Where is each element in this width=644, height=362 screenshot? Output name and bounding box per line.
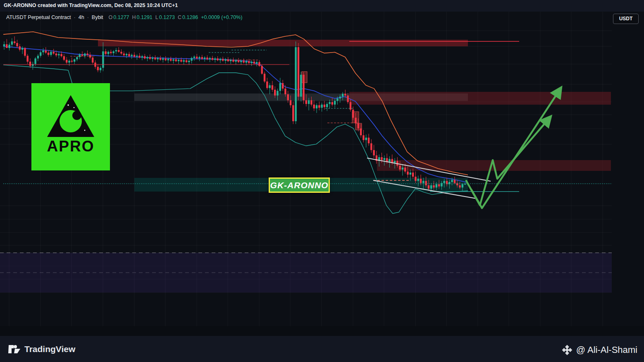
symbol-name[interactable]: ATUSDT Perpetual Contract	[6, 14, 71, 20]
change-value: +0.0009 (+0.70%)	[201, 14, 242, 20]
author-watermark: @ Ali-Al-Shami	[562, 345, 637, 355]
apro-triangle-eye-icon	[45, 94, 97, 139]
interval-label[interactable]: 4h	[79, 14, 84, 20]
diamond-logo-icon	[562, 345, 572, 355]
apro-wordmark: APRO	[47, 139, 95, 154]
pane-bg	[0, 336, 644, 362]
high-value: 0.1291	[137, 14, 153, 20]
low-label: L	[155, 14, 158, 20]
close-value: 0.1286	[182, 14, 198, 20]
tradingview-watermark-text: TradingView	[24, 344, 75, 354]
author-watermark-text: @ Ali-Al-Shami	[576, 345, 637, 355]
tradingview-logo-icon	[8, 344, 21, 355]
close-label: C	[178, 14, 181, 20]
tradingview-chart-window: GK-ARONNO created with TradingView.com, …	[0, 0, 644, 362]
low-value: 0.1273	[159, 14, 175, 20]
tradingview-watermark[interactable]: TradingView	[8, 344, 75, 355]
apro-logo: APRO	[31, 83, 110, 170]
watermark-title: GK-ARONNO created with TradingView.com, …	[4, 2, 178, 8]
gk-aronno-watermark[interactable]: GK-ARONNO	[269, 177, 330, 193]
open-value: 0.1277	[113, 14, 129, 20]
exchange-label: Bybit	[92, 14, 103, 20]
symbol-bar[interactable]: ATUSDT Perpetual Contract · 4h · Bybit O…	[6, 14, 242, 20]
separator-dot: ·	[87, 14, 89, 20]
title-bar: GK-ARONNO created with TradingView.com, …	[4, 2, 178, 8]
separator-dot: ·	[74, 14, 76, 20]
open-label: O	[109, 14, 113, 20]
currency-unit-button[interactable]: USDT	[613, 14, 639, 24]
high-label: H	[132, 14, 136, 20]
pane-bg	[0, 326, 644, 336]
